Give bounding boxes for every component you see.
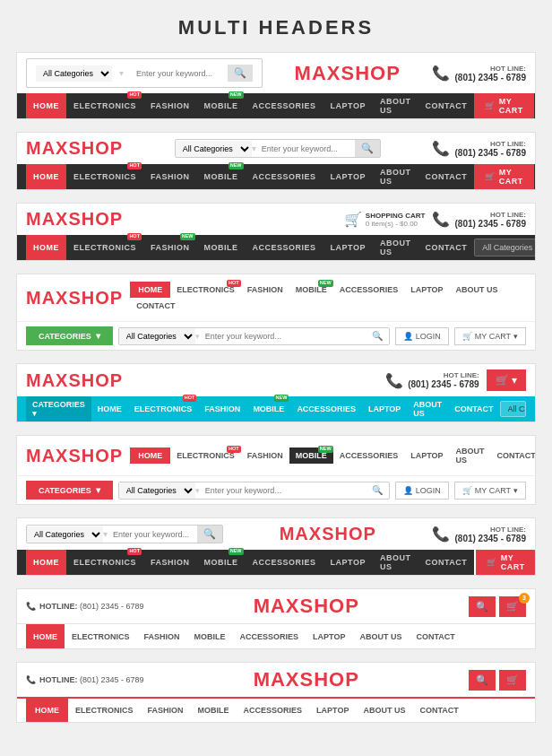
category-select-h7[interactable]: All Categories — [27, 526, 103, 543]
cart-btn-h2[interactable]: 🛒 MY CART — [474, 164, 534, 189]
nav-accessories-h6[interactable]: ACCESSORIES — [333, 448, 405, 464]
nav-fashion-h4[interactable]: FASHION — [241, 282, 289, 298]
nav-about-h8[interactable]: ABOUT US — [352, 624, 409, 649]
badge-hot-h4: HOT — [227, 280, 241, 287]
category-select-h3[interactable]: All Categories — [475, 239, 536, 256]
mycart-btn-h6[interactable]: 🛒 MY CART ▾ — [454, 482, 526, 500]
logo-h2: MAXSHOP — [26, 138, 123, 159]
nav-electronics-h8[interactable]: ELECTRONICS — [65, 624, 137, 649]
search-icon-btn-h8[interactable]: 🔍 — [469, 596, 496, 617]
nav-fashion-h7[interactable]: FASHION — [143, 550, 197, 575]
search-input-h6[interactable] — [200, 483, 366, 498]
search-input-h7[interactable] — [108, 527, 197, 542]
nav-home-h8[interactable]: HOME — [26, 624, 65, 649]
nav-accessories-h3[interactable]: ACCESSORIES — [246, 235, 323, 260]
search-btn-h4[interactable]: 🔍 — [366, 328, 389, 343]
search-button-h1[interactable]: 🔍 — [228, 65, 253, 82]
nav-home-h1[interactable]: HOME — [26, 93, 66, 118]
hotline-num-h2: (801) 2345 - 6789 — [454, 148, 526, 158]
nav-about-h1[interactable]: ABOUT US — [373, 93, 418, 118]
cart-icon-btn-h5[interactable]: 🛒 ▾ — [487, 369, 526, 391]
login-btn-h6[interactable]: 👤 LOGIN — [395, 482, 449, 500]
nav-fashion-h8[interactable]: FASHION — [137, 624, 187, 649]
nav-contact-h8[interactable]: CONTACT — [409, 624, 461, 649]
nav-about-h3[interactable]: ABOUT US — [373, 235, 418, 260]
nav-contact-h6[interactable]: CONTACT — [491, 448, 536, 464]
hotline-label-h1: HOT LINE: — [454, 65, 526, 73]
badge-hot-h7: HOT — [127, 548, 142, 555]
nav-contact-h5[interactable]: CONTACT — [448, 396, 499, 421]
nav-accessories-h2[interactable]: ACCESSORIES — [246, 164, 323, 189]
nav-about-h2[interactable]: ABOUT US — [373, 164, 418, 189]
nav-accessories-h8[interactable]: ACCESSORIES — [233, 624, 306, 649]
nav-accessories-h1[interactable]: ACCESSORIES — [246, 93, 323, 118]
nav-electronics-h9[interactable]: ELECTRONICS — [68, 698, 141, 723]
login-btn-h4[interactable]: 👤 LOGIN — [395, 327, 449, 345]
nav-fashion-h5[interactable]: FASHION — [198, 396, 246, 421]
category-select-h4[interactable]: All Categories — [119, 328, 195, 344]
nav-contact-h9[interactable]: CONTACT — [412, 698, 465, 723]
cart-btn-h7[interactable]: 🛒 MY CART — [474, 550, 536, 575]
nav-h1: HOME ELECTRONICS HOT FASHION MOBILE NEW … — [17, 93, 535, 118]
search-input-h4[interactable] — [200, 329, 366, 343]
header-5: MAXSHOP 📞 HOT LINE: (801) 2345 - 6789 🛒 … — [16, 363, 536, 422]
nav-laptop-h1[interactable]: LAPTOP — [323, 93, 373, 118]
nav-fashion-h2[interactable]: FASHION — [143, 164, 197, 189]
nav-laptop-h9[interactable]: LAPTOP — [309, 698, 356, 723]
nav-about-h4[interactable]: ABOUT US — [450, 282, 505, 298]
category-select-h6[interactable]: All Categories — [119, 482, 195, 499]
nav-accessories-h9[interactable]: ACCESSORIES — [237, 698, 310, 723]
nav-mobile-h8[interactable]: MOBILE — [187, 624, 233, 649]
nav-about-h9[interactable]: ABOUT US — [356, 698, 412, 723]
search-input-h1[interactable] — [131, 66, 220, 81]
cart-icon-btn-h8[interactable]: 🛒3 — [499, 596, 526, 617]
nav-mobile-h3[interactable]: MOBILE — [197, 235, 246, 260]
nav-contact-h3[interactable]: CONTACT — [418, 235, 474, 260]
nav-laptop-h4[interactable]: LAPTOP — [404, 282, 449, 298]
category-select-h1[interactable]: All Categories — [36, 65, 112, 82]
nav-laptop-h5[interactable]: LAPTOP — [362, 396, 407, 421]
nav-contact-h7[interactable]: CONTACT — [418, 550, 474, 575]
nav-mobile-h9[interactable]: MOBILE — [191, 698, 237, 723]
cart-icon-btn-h9[interactable]: 🛒 — [499, 670, 526, 691]
category-select-h2[interactable]: All Categories — [176, 141, 252, 157]
nav-contact-h1[interactable]: CONTACT — [418, 93, 474, 118]
mycart-btn-h4[interactable]: 🛒 MY CART ▾ — [454, 327, 526, 345]
nav-home-h3[interactable]: HOME — [26, 235, 66, 260]
nav-home-h7[interactable]: HOME — [26, 550, 66, 575]
hotline-h1: 📞 HOT LINE: (801) 2345 - 6789 — [432, 65, 526, 83]
nav-home-h2[interactable]: HOME — [26, 164, 66, 189]
nav-home-h5[interactable]: HOME — [91, 396, 128, 421]
cart-btn-h1[interactable]: 🛒 MY CART — [474, 93, 534, 118]
nav-accessories-h7[interactable]: ACCESSORIES — [246, 550, 323, 575]
nav-accessories-h4[interactable]: ACCESSORIES — [333, 282, 405, 298]
nav-laptop-h7[interactable]: LAPTOP — [323, 550, 373, 575]
nav-accessories-h5[interactable]: ACCESSORIES — [290, 396, 362, 421]
nav-laptop-h3[interactable]: LAPTOP — [323, 235, 373, 260]
nav-fashion-h1[interactable]: FASHION — [143, 93, 197, 118]
nav-fashion-h6[interactable]: FASHION — [241, 448, 289, 464]
nav-home-h6[interactable]: HOME — [130, 448, 170, 464]
search-input-h2[interactable] — [256, 142, 355, 156]
nav-home-h4[interactable]: HOME — [130, 282, 170, 298]
nav-laptop-h6[interactable]: LAPTOP — [404, 448, 449, 464]
categories-btn-h6[interactable]: CATEGORIES ▾ — [26, 481, 113, 500]
nav-contact-h2[interactable]: CONTACT — [418, 164, 474, 189]
nav-laptop-h8[interactable]: LAPTOP — [306, 624, 352, 649]
search-btn-h7[interactable]: 🔍 — [197, 526, 222, 543]
nav-fashion-h9[interactable]: FASHION — [141, 698, 191, 723]
shopping-cart-h3: 🛒 SHOPPING CART 0 item(s) - $0.00 — [344, 211, 426, 228]
categories-btn-h4[interactable]: CATEGORIES ▾ — [26, 326, 113, 345]
nav-home-h9[interactable]: HOME — [26, 698, 68, 723]
search-button-h2[interactable]: 🔍 — [355, 140, 380, 157]
nav-about-h5[interactable]: ABOUT US — [407, 396, 448, 421]
nav-cat-h5[interactable]: CATEGORIES ▾ — [26, 396, 91, 421]
nav-about-h7[interactable]: ABOUT US — [373, 550, 418, 575]
search-btn-h6[interactable]: 🔍 — [366, 482, 389, 498]
phone-icon-h3: 📞 — [432, 211, 450, 228]
cat-select-h5[interactable]: All Categories — [501, 402, 526, 416]
nav-laptop-h2[interactable]: LAPTOP — [323, 164, 373, 189]
search-icon-btn-h9[interactable]: 🔍 — [469, 670, 496, 691]
nav-contact-h4[interactable]: CONTACT — [130, 298, 181, 314]
nav-about-h6[interactable]: ABOUT US — [450, 443, 491, 468]
